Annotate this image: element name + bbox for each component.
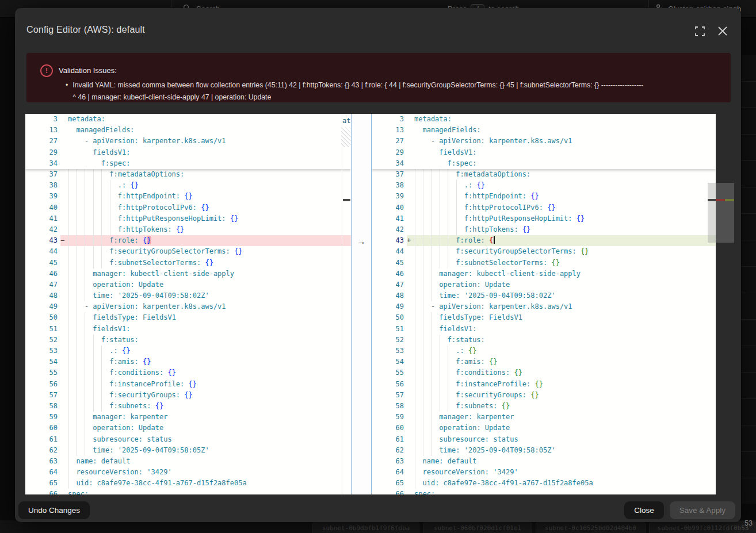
code-line[interactable]: 54 f:amis: {} — [372, 356, 716, 367]
code-line[interactable]: 39 f:httpEndpoint: {} — [372, 191, 716, 202]
close-icon[interactable] — [717, 25, 728, 37]
code-line[interactable]: 61 subresource: status — [25, 434, 351, 445]
diff-sign — [407, 489, 414, 494]
line-number: 56 — [25, 379, 60, 390]
code-line[interactable]: 60 operation: Update — [25, 423, 351, 434]
code-line[interactable]: 37 f:metadataOptions: — [25, 169, 351, 180]
code-line[interactable]: 56 f:instanceProfile: {} — [25, 379, 351, 390]
code-line[interactable]: 51 fieldsV1: — [25, 324, 351, 335]
code-line[interactable]: 65 uid: c8afe97e-38cc-4f91-a767-d15f2a8f… — [372, 478, 716, 489]
code-line[interactable]: 47 operation: Update — [25, 279, 351, 290]
code-line[interactable]: 45 f:subnetSelectorTerms: {} — [372, 258, 716, 269]
close-button[interactable]: Close — [624, 501, 664, 519]
code-line[interactable]: 62 time: '2025-09-04T09:58:05Z' — [25, 445, 351, 456]
sticky-line[interactable]: 29 fieldsV1: — [372, 147, 716, 158]
code-line[interactable]: 48 time: '2025-09-04T09:58:02Z' — [372, 290, 716, 301]
code-line[interactable]: 62 time: '2025-09-04T09:58:05Z' — [372, 445, 716, 456]
code-line[interactable]: 37 f:metadataOptions: — [372, 169, 716, 180]
code-line[interactable]: 61 subresource: status — [372, 434, 716, 445]
code-line[interactable]: 53 .: {} — [372, 346, 716, 356]
code-line[interactable]: 50 fieldsType: FieldsV1 — [25, 312, 351, 323]
save-apply-button[interactable]: Save & Apply — [670, 501, 735, 519]
code-line[interactable]: 43− f:role: {} — [25, 235, 351, 246]
code-line[interactable]: 64 resourceVersion: '3429' — [372, 467, 716, 478]
sticky-line[interactable]: 13 managedFields: — [372, 125, 716, 136]
code-line[interactable]: 50 fieldsType: FieldsV1 — [372, 312, 716, 323]
original-editor-pane[interactable]: 3metadata:13 managedFields:27 - apiVersi… — [25, 114, 351, 494]
code-line[interactable]: 44 f:securityGroupSelectorTerms: {} — [25, 246, 351, 257]
code-line[interactable]: 49 - apiVersion: karpenter.k8s.aws/v1 — [25, 301, 351, 312]
sticky-line[interactable]: 3metadata: — [372, 114, 716, 125]
indent-guide — [93, 367, 94, 378]
line-number: 34 — [25, 158, 60, 169]
indent-guide — [431, 235, 432, 246]
indent-guide — [77, 258, 77, 269]
code-line[interactable]: 57 f:securityGroups: {} — [372, 390, 716, 401]
code-line[interactable]: 42 f:httpTokens: {} — [25, 224, 351, 235]
indent-guide — [440, 258, 440, 269]
code-line[interactable]: 40 f:httpProtocolIPv6: {} — [25, 202, 351, 213]
code-line[interactable]: 52 f:status: — [25, 335, 351, 346]
code-line[interactable]: 64 resourceVersion: '3429' — [25, 467, 351, 478]
diff-sign — [407, 401, 414, 412]
code-line[interactable]: 65 uid: c8afe97e-38cc-4f91-a767-d15f2a8f… — [25, 478, 351, 489]
code-line[interactable]: 60 operation: Update — [372, 423, 716, 434]
diff-sign — [407, 169, 414, 180]
diff-sash[interactable] — [351, 114, 372, 494]
code-line[interactable]: 48 time: '2025-09-04T09:58:02Z' — [25, 290, 351, 301]
code-line[interactable]: 42 f:httpTokens: {} — [372, 224, 716, 235]
code-line[interactable]: 38 .: {} — [25, 180, 351, 191]
code-line[interactable]: 54 f:amis: {} — [25, 356, 351, 367]
code-line[interactable]: 63 name: default — [372, 456, 716, 467]
code-line[interactable]: 47 operation: Update — [372, 279, 716, 290]
scrollbar-slider[interactable] — [708, 183, 734, 243]
code-line[interactable]: 46 manager: kubectl-client-side-apply — [25, 269, 351, 279]
code-line[interactable]: 51 fieldsV1: — [372, 324, 716, 335]
undo-changes-button[interactable]: Undo Changes — [18, 501, 90, 519]
modified-editor-pane[interactable]: 3metadata:13 managedFields:27 - apiVersi… — [372, 114, 716, 494]
code-line[interactable]: 41 f:httpPutResponseHopLimit: {} — [25, 213, 351, 224]
indent-guide — [415, 246, 415, 257]
sticky-line[interactable]: 27 - apiVersion: karpenter.k8s.aws/v1 — [372, 136, 716, 147]
code-line[interactable]: 52 f:status: — [372, 335, 716, 346]
sticky-line[interactable]: 3metadata: — [25, 114, 351, 125]
code-line[interactable]: 56 f:instanceProfile: {} — [372, 379, 716, 390]
code-line[interactable]: 45 f:subnetSelectorTerms: {} — [25, 258, 351, 269]
code-line[interactable]: 57 f:securityGroups: {} — [25, 390, 351, 401]
code-body-modified[interactable]: 37 f:metadataOptions:38 .: {}39 f:httpEn… — [372, 169, 716, 494]
code-line[interactable]: 53 .: {} — [25, 346, 351, 356]
diff-sign — [60, 456, 68, 467]
code-line[interactable]: 63 name: default — [25, 456, 351, 467]
code-line[interactable]: 58 f:subnets: {} — [25, 401, 351, 412]
code-line[interactable]: 58 f:subnets: {} — [372, 401, 716, 412]
code-line[interactable]: 46 manager: kubectl-client-side-apply — [372, 269, 716, 279]
code-line[interactable]: 59 manager: karpenter — [25, 412, 351, 423]
code-line[interactable]: 55 f:conditions: {} — [25, 367, 351, 378]
line-number: 38 — [372, 180, 407, 191]
sticky-line[interactable]: 34 f:spec: — [372, 158, 716, 169]
code-line[interactable]: 39 f:httpEndpoint: {} — [25, 191, 351, 202]
code-text: f:httpPutResponseHopLimit: {} — [68, 213, 351, 224]
code-line[interactable]: 43+ f:role: { — [372, 235, 716, 246]
diff-sign — [407, 279, 414, 290]
code-line[interactable]: 44 f:securityGroupSelectorTerms: {} — [372, 246, 716, 257]
indent-guide — [68, 224, 69, 235]
code-line[interactable]: 59 manager: karpenter — [372, 412, 716, 423]
code-body-original[interactable]: 37 f:metadataOptions:38 .: {}39 f:httpEn… — [25, 169, 351, 494]
code-line[interactable]: 49 - apiVersion: karpenter.k8s.aws/v1 — [372, 301, 716, 312]
sticky-line[interactable]: 34 f:spec: — [25, 158, 351, 169]
code-line[interactable]: 41 f:httpPutResponseHopLimit: {} — [372, 213, 716, 224]
code-line[interactable]: 66spec: — [372, 489, 716, 494]
sticky-line[interactable]: 29 fieldsV1: — [25, 147, 351, 158]
diff-sign — [407, 125, 414, 136]
revert-change-arrow[interactable]: → — [353, 236, 369, 247]
line-number: 46 — [25, 269, 60, 279]
code-line[interactable]: 55 f:conditions: {} — [372, 367, 716, 378]
code-line[interactable]: 38 .: {} — [372, 180, 716, 191]
code-line[interactable]: 66spec: — [25, 489, 351, 494]
sticky-line[interactable]: 13 managedFields: — [25, 125, 351, 136]
code-line[interactable]: 40 f:httpProtocolIPv6: {} — [372, 202, 716, 213]
sticky-line[interactable]: 27 - apiVersion: karpenter.k8s.aws/v1 — [25, 136, 351, 147]
indent-guide — [440, 379, 440, 390]
fullscreen-button[interactable] — [694, 25, 705, 37]
